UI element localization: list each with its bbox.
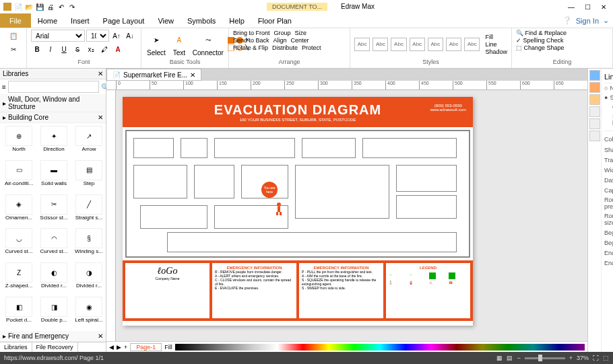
menu-floor-plan[interactable]: Floor Plan [251, 15, 298, 27]
style-preset[interactable]: Abc [410, 38, 425, 51]
close-icon[interactable]: ✕ [190, 71, 195, 79]
signin-link[interactable]: Sign In [576, 17, 599, 25]
font-color-icon[interactable]: A [112, 43, 124, 55]
tab-fill[interactable] [589, 82, 600, 93]
shadow-button[interactable]: Shadow [485, 48, 507, 55]
style-preset[interactable]: Abc [464, 38, 480, 51]
library-item[interactable]: ◧Pocket d... [1, 295, 36, 330]
menu-home[interactable]: Home [31, 15, 64, 27]
print-icon[interactable]: 🖨 [46, 2, 55, 11]
menu-insert[interactable]: Insert [64, 15, 96, 27]
zoom-slider[interactable] [525, 357, 565, 359]
cut-icon[interactable]: ✂ [7, 43, 20, 55]
close-icon[interactable]: ✕ [98, 70, 103, 77]
find-replace-button[interactable]: 🔍 Find & Replace [516, 30, 567, 36]
lib-category[interactable]: ▸Wall, Door, Window and Structure [0, 94, 106, 112]
color-palette[interactable] [175, 344, 585, 351]
style-preset[interactable]: Abc [354, 38, 370, 51]
bring-front-button[interactable]: Bring to Front [233, 30, 270, 36]
canvas[interactable]: EVACUATION DIAGRAM 100 YOUR BUSINESS STR… [116, 90, 587, 341]
prev-page-icon[interactable]: ◀ [109, 344, 114, 351]
lib-category[interactable]: ▸Fire and Emergency✕ [0, 331, 106, 342]
line-button[interactable]: Line [485, 41, 507, 48]
font-size-select[interactable]: 10 [86, 30, 109, 42]
distribute-button[interactable]: Distribute [272, 44, 298, 51]
file-menu[interactable]: File [0, 13, 31, 28]
document-tab[interactable]: 📄 Supermarket Fire E... ✕ [106, 69, 201, 81]
maximize-button[interactable]: ☐ [581, 1, 594, 12]
select-tool[interactable]: ➤Select [146, 31, 167, 58]
connector-tool[interactable]: ⤳Connector [191, 31, 225, 58]
library-item[interactable]: ◈Ornamen... [1, 193, 36, 227]
add-page-icon[interactable]: + [124, 344, 127, 351]
menu-page-layout[interactable]: Page Layout [96, 15, 152, 27]
zoom-out-icon[interactable]: − [517, 355, 520, 361]
tab-size[interactable] [589, 131, 600, 141]
menu-view[interactable]: View [151, 15, 181, 27]
library-item[interactable]: §Winding s... [71, 227, 106, 261]
floorplan[interactable]: You are here [125, 130, 470, 258]
library-item[interactable]: ✂Scissor st... [36, 193, 71, 227]
library-item[interactable]: ⊕North [1, 124, 36, 159]
fill-button[interactable]: Fill [485, 34, 507, 40]
library-item[interactable]: ◑Divided r... [71, 261, 106, 295]
close-icon[interactable]: ✕ [98, 332, 103, 340]
line-type-option[interactable]: Single color gradient line [604, 112, 613, 128]
line-type-option[interactable]: Gradient line [604, 102, 613, 112]
save-icon[interactable]: 💾 [35, 2, 44, 11]
redo-icon[interactable]: ↷ [67, 2, 77, 11]
new-icon[interactable]: 📄 [13, 2, 23, 11]
line-type-option[interactable]: ● Solid line [604, 93, 613, 102]
tab-theme[interactable] [589, 70, 600, 81]
library-item[interactable]: ◡Curved st... [1, 227, 36, 261]
subscript-icon[interactable]: x₂ [85, 43, 97, 55]
library-item[interactable]: ◉Left spiral... [71, 295, 106, 330]
align-button[interactable]: Align [273, 37, 287, 44]
view-mode-icon[interactable]: ▤ [507, 355, 513, 361]
rotate-button[interactable]: Rotate & Flip [233, 44, 268, 51]
page[interactable]: EVACUATION DIAGRAM 100 YOUR BUSINESS STR… [123, 97, 473, 326]
style-preset[interactable]: Abc [428, 38, 443, 51]
view-mode-icon[interactable]: ▦ [496, 355, 503, 361]
lib-menu-icon[interactable]: ≡ [1, 81, 7, 93]
undo-icon[interactable]: ↶ [57, 2, 66, 11]
page-tab[interactable]: Page-1 [130, 343, 162, 351]
tab-layout[interactable] [589, 118, 600, 129]
underline-icon[interactable]: U [58, 43, 70, 55]
zoom-in-icon[interactable]: + [569, 355, 573, 361]
italic-icon[interactable]: I [44, 43, 57, 55]
fit-page-icon[interactable]: ⛶ [593, 355, 599, 361]
tab-shadow[interactable] [589, 106, 600, 117]
library-item[interactable]: ↗Arrow [71, 124, 106, 159]
lib-category[interactable]: ▸Building Core✕ [0, 112, 106, 123]
group-button[interactable]: Group [274, 30, 291, 36]
library-item[interactable]: ◐Divided r... [36, 261, 71, 295]
collapse-ribbon-icon[interactable]: ⌄ [603, 16, 609, 25]
library-item[interactable]: ▭Air-conditi... [1, 159, 36, 193]
close-button[interactable]: ✕ [597, 1, 610, 12]
font-name-select[interactable]: Arial [31, 30, 85, 42]
tab-line[interactable] [589, 94, 600, 105]
close-icon[interactable]: ✕ [98, 114, 103, 121]
search-input[interactable] [8, 81, 99, 93]
library-item[interactable]: ◨Double p... [36, 295, 71, 330]
change-shape-button[interactable]: ⬚ Change Shape [516, 44, 564, 51]
grow-font-icon[interactable]: A↑ [110, 30, 123, 42]
style-preset[interactable]: Abc [391, 38, 406, 51]
center-button[interactable]: Center [291, 37, 309, 44]
strike-icon[interactable]: S̶ [71, 43, 84, 55]
tab-file-recovery[interactable]: File Recovery [32, 342, 78, 352]
library-item[interactable]: ╱Straight s... [71, 193, 106, 227]
shrink-font-icon[interactable]: A↓ [124, 30, 136, 42]
fullscreen-icon[interactable]: ⬚ [603, 355, 609, 361]
spelling-button[interactable]: ✓ Spelling Check [516, 37, 564, 44]
menu-symbols[interactable]: Symbols [181, 15, 222, 27]
highlight-icon[interactable]: 🖍 [98, 43, 110, 55]
library-item[interactable]: ▬Solid walls [36, 159, 71, 193]
send-back-button[interactable]: Send to Back [233, 37, 269, 44]
open-icon[interactable]: 📂 [24, 2, 34, 11]
library-item[interactable]: ZZ-shaped... [1, 261, 36, 295]
help-icon[interactable]: ❔ [562, 16, 572, 25]
next-page-icon[interactable]: ▶ [117, 344, 121, 351]
library-item[interactable]: ◠Curved st... [36, 227, 71, 261]
